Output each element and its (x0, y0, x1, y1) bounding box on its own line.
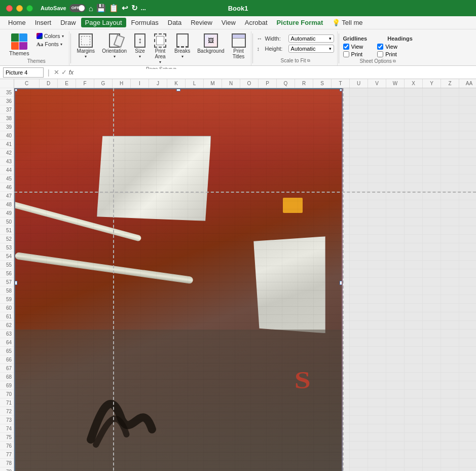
grid-cell[interactable] (441, 278, 459, 286)
grid-cell[interactable] (459, 304, 476, 312)
grid-cell[interactable] (405, 321, 423, 329)
grid-cell[interactable] (368, 123, 386, 131)
grid-cell[interactable] (441, 252, 459, 260)
grid-cell[interactable] (405, 88, 423, 96)
grid-cell[interactable] (441, 304, 459, 312)
print-titles-button[interactable]: PrintTitles (230, 32, 248, 60)
handle-tl[interactable] (14, 88, 17, 91)
grid-cell[interactable] (350, 174, 368, 183)
save-as-icon[interactable]: 📋 (109, 4, 119, 13)
grid-cell[interactable] (368, 140, 386, 148)
grid-body[interactable]: S (14, 88, 476, 471)
grid-cell[interactable] (459, 450, 476, 458)
grid-cell[interactable] (423, 200, 441, 208)
grid-cell[interactable] (386, 364, 405, 372)
grid-cell[interactable] (386, 286, 405, 295)
grid-cell[interactable] (441, 347, 459, 355)
grid-cell[interactable] (423, 312, 441, 320)
grid-cell[interactable] (386, 278, 405, 286)
grid-cell[interactable] (423, 166, 441, 174)
grid-cell[interactable] (368, 407, 386, 415)
grid-cell[interactable] (423, 321, 441, 329)
grid-cell[interactable] (386, 131, 405, 139)
grid-cell[interactable] (368, 226, 386, 234)
grid-cell[interactable] (459, 235, 476, 243)
size-button[interactable]: ↕ Size ▾ (132, 32, 148, 60)
grid-cell[interactable] (459, 416, 476, 424)
home-icon[interactable]: ⌂ (89, 4, 93, 13)
grid-cell[interactable] (459, 252, 476, 260)
grid-cell[interactable] (405, 166, 423, 174)
grid-cell[interactable] (459, 459, 476, 467)
grid-cell[interactable] (350, 105, 368, 114)
grid-cell[interactable] (386, 467, 405, 471)
grid-cell[interactable] (386, 407, 405, 415)
close-button[interactable] (6, 5, 13, 12)
grid-cell[interactable] (386, 209, 405, 217)
grid-cell[interactable] (441, 174, 459, 183)
grid-cell[interactable] (386, 381, 405, 389)
grid-cell[interactable] (459, 338, 476, 346)
themes-button[interactable]: Themes (7, 32, 31, 57)
grid-cell[interactable] (350, 97, 368, 105)
handle-tm[interactable] (176, 88, 180, 91)
grid-cell[interactable] (368, 321, 386, 329)
grid-cell[interactable] (350, 140, 368, 148)
grid-cell[interactable] (459, 424, 476, 432)
grid-cell[interactable] (386, 390, 405, 398)
grid-cell[interactable] (441, 467, 459, 471)
grid-cell[interactable] (423, 209, 441, 217)
grid-cell[interactable] (350, 218, 368, 226)
grid-cell[interactable] (386, 459, 405, 467)
grid-cell[interactable] (441, 105, 459, 114)
grid-cell[interactable] (405, 131, 423, 139)
gridlines-print-checkbox[interactable] (343, 51, 349, 57)
grid-cell[interactable] (423, 373, 441, 381)
grid-cell[interactable] (368, 442, 386, 450)
grid-cell[interactable] (459, 226, 476, 234)
grid-cell[interactable] (386, 312, 405, 320)
grid-cell[interactable] (441, 416, 459, 424)
grid-cell[interactable] (405, 390, 423, 398)
grid-cell[interactable] (423, 157, 441, 165)
grid-cell[interactable] (459, 261, 476, 269)
grid-cell[interactable] (441, 200, 459, 208)
maximize-button[interactable] (26, 5, 33, 12)
spreadsheet-image[interactable]: S (14, 88, 343, 471)
grid-cell[interactable] (350, 149, 368, 157)
undo-icon[interactable]: ↩ (122, 4, 128, 13)
grid-cell[interactable] (459, 174, 476, 183)
grid-cell[interactable] (441, 235, 459, 243)
grid-cell[interactable] (441, 373, 459, 381)
grid-cell[interactable] (405, 312, 423, 320)
grid-cell[interactable] (368, 347, 386, 355)
grid-cell[interactable] (350, 416, 368, 424)
grid-cell[interactable] (350, 278, 368, 286)
grid-cell[interactable] (386, 183, 405, 191)
menu-insert[interactable]: Insert (31, 18, 56, 27)
colors-button[interactable]: Colors ▾ (34, 32, 66, 40)
grid-cell[interactable] (368, 304, 386, 312)
cancel-formula-icon[interactable]: ✕ (54, 68, 59, 76)
grid-cell[interactable] (441, 183, 459, 191)
grid-cell[interactable] (386, 235, 405, 243)
grid-cell[interactable] (350, 192, 368, 200)
grid-cell[interactable] (423, 286, 441, 295)
menu-page-layout[interactable]: Page Layout (81, 18, 126, 27)
grid-cell[interactable] (459, 467, 476, 471)
grid-cell[interactable] (405, 450, 423, 458)
grid-cell[interactable] (459, 218, 476, 226)
grid-cell[interactable] (423, 235, 441, 243)
grid-cell[interactable] (350, 114, 368, 122)
grid-cell[interactable] (386, 450, 405, 458)
fonts-button[interactable]: Aa Fonts ▾ (34, 41, 66, 48)
grid-cell[interactable] (405, 218, 423, 226)
grid-cell[interactable] (405, 347, 423, 355)
grid-cell[interactable] (405, 174, 423, 183)
grid-cell[interactable] (459, 295, 476, 303)
grid-cell[interactable] (350, 183, 368, 191)
grid-cell[interactable] (350, 398, 368, 407)
grid-cell[interactable] (441, 88, 459, 96)
grid-cell[interactable] (368, 97, 386, 105)
grid-cell[interactable] (459, 442, 476, 450)
